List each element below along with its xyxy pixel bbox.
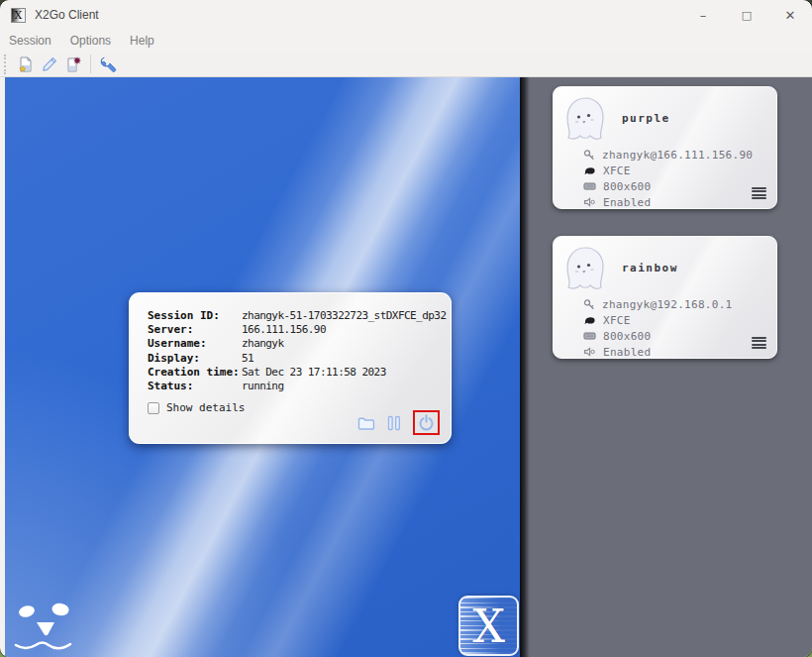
desktop-row: XFCE [583,312,776,328]
show-details-checkbox[interactable] [148,402,159,414]
key-icon [583,149,595,161]
open-folder-button[interactable] [357,415,375,431]
session-info-grid: Session ID: zhangyk-51-1703322723_stDXFC… [148,309,451,393]
session-card-rainbow[interactable]: rainbow zhangyk@192.168.0.1 [553,236,777,359]
desktop-row: XFCE [583,163,776,178]
power-icon [418,414,435,431]
pencil-icon [41,55,58,73]
menu-help[interactable]: Help [130,34,154,48]
session-wallpaper-panel: Session ID: zhangyk-51-1703322723_stDXFC… [5,77,520,657]
seal-mascot-icon [563,95,607,143]
toolbar [0,52,812,77]
key-icon [583,298,595,310]
titlebar[interactable]: X X2Go Client – □ ✕ [0,0,812,30]
sound-row: Enabled [583,194,776,210]
login-row: zhangyk@166.111.156.90 [583,147,776,163]
app-icon: X [11,8,26,23]
sound-icon [583,346,596,358]
display-value: 51 [242,352,451,366]
session-management-button[interactable] [61,53,85,76]
resolution-text: 800x600 [603,330,651,343]
card-menu-button[interactable] [752,337,766,350]
sound-text: Enabled [603,346,651,359]
resolution-text: 800x600 [603,180,651,193]
window-title: X2Go Client [35,8,99,22]
creation-time-value: Sat Dec 23 17:11:58 2023 [242,366,451,380]
session-name: purple [622,112,670,125]
cat-face-logo [11,597,88,654]
toolbar-separator [90,55,91,73]
seal-mascot-icon [563,245,607,292]
username-value: zhangyk [242,337,451,351]
app-icon-letter: X [15,10,23,21]
login-text: zhangyk@192.168.0.1 [602,298,733,311]
main-area: Session ID: zhangyk-51-1703322723_stDXFC… [0,77,812,657]
pause-icon [387,415,401,431]
sound-text: Enabled [603,196,651,209]
suspend-session-button[interactable] [387,415,401,431]
sound-icon [583,196,596,208]
xfce-mouse-icon [583,164,596,176]
session-card-purple[interactable]: purple zhangyk@166.111.156.90 [553,86,777,209]
show-details-label: Show details [166,401,245,414]
card-header: purple [554,87,776,143]
resolution-row: 800x600 [583,328,776,344]
status-value: running [242,380,451,393]
wrench-icon [99,55,117,73]
card-header: rainbow [554,237,776,292]
new-session-document-icon [17,55,35,73]
settings-button[interactable] [96,53,120,76]
monitor-icon [583,330,596,342]
session-sidebar: purple zhangyk@166.111.156.90 [530,77,812,657]
login-text: zhangyk@166.111.156.90 [602,149,753,162]
session-name: rainbow [622,262,678,274]
menubar: Session Options Help [0,30,812,52]
menu-session[interactable]: Session [9,34,51,48]
window-controls: – □ ✕ [681,0,812,30]
new-session-button[interactable] [14,53,38,76]
maximize-button[interactable]: □ [725,0,768,30]
card-menu-button[interactable] [752,187,766,200]
close-button[interactable]: ✕ [768,0,812,30]
sound-row: Enabled [583,344,776,360]
x2go-x-logo: X [458,596,519,656]
server-value: 166.111.156.90 [242,323,451,337]
terminate-session-button[interactable] [418,414,435,431]
card-details: zhangyk@166.111.156.90 XFCE 800x600 [583,147,776,210]
session-info-dialog: Session ID: zhangyk-51-1703322723_stDXFC… [129,292,452,444]
resolution-row: 800x600 [583,178,776,194]
document-burst-icon [64,55,82,73]
toolbar-grip[interactable] [4,55,7,74]
x2go-client-window: X X2Go Client – □ ✕ Session Options Help [0,0,812,657]
xfce-mouse-icon [583,314,596,326]
desktop-text: XFCE [603,164,631,177]
monitor-icon [583,180,596,192]
menu-options[interactable]: Options [70,34,111,48]
edit-session-button[interactable] [38,53,61,76]
creation-time-label: Creation time: [148,366,242,380]
desktop-text: XFCE [603,314,631,327]
display-label: Display: [148,352,242,366]
dialog-actions [357,410,440,435]
x-logo-letter: X [472,603,505,649]
card-details: zhangyk@192.168.0.1 XFCE 800x600 [583,296,776,360]
login-row: zhangyk@192.168.0.1 [583,296,776,312]
minimize-button[interactable]: – [681,0,725,30]
folder-icon [357,415,375,431]
status-label: Status: [148,380,242,393]
server-label: Server: [148,323,242,337]
username-label: Username: [148,337,242,351]
terminate-annotation-box [413,410,440,435]
session-id-label: Session ID: [148,309,242,323]
session-id-value: zhangyk-51-1703322723_stDXFCE_dp32 [242,309,451,323]
panel-separator [520,77,530,657]
